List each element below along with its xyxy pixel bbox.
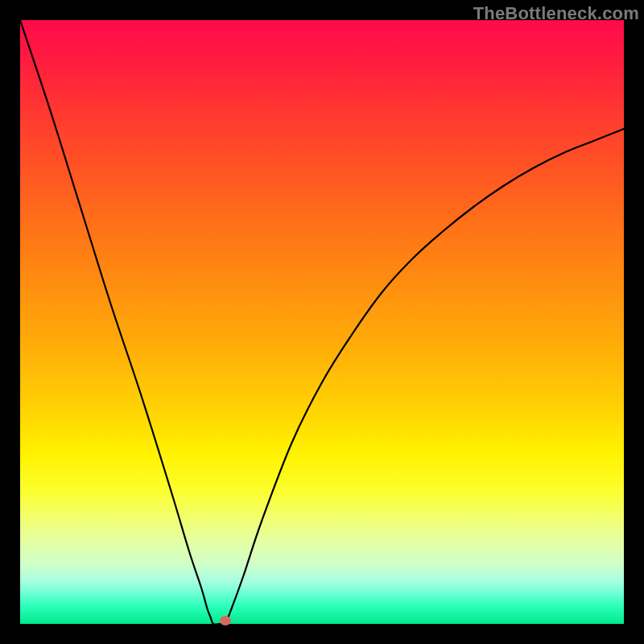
curve-path	[20, 20, 624, 624]
watermark-text: TheBottleneck.com	[473, 3, 639, 24]
bottleneck-curve	[20, 20, 624, 624]
curve-marker	[220, 616, 231, 625]
chart-frame: TheBottleneck.com	[0, 0, 644, 644]
plot-area	[20, 20, 624, 624]
